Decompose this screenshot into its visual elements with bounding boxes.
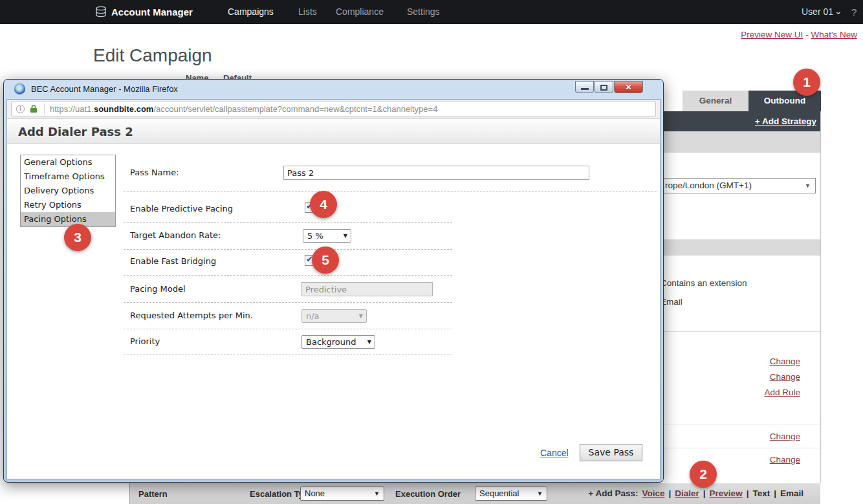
annotation-step-3: 3: [64, 224, 91, 251]
requested-attempts-select: n/a ▼: [301, 309, 367, 323]
nav-item-campaigns[interactable]: Campaigns: [228, 0, 274, 24]
change-link-2[interactable]: Change: [770, 372, 800, 382]
preview-new-ui-link[interactable]: Preview New UI: [741, 30, 803, 39]
secure-lock-icon[interactable]: [30, 105, 38, 113]
target-abandon-rate-label: Target Abandon Rate:: [130, 230, 221, 242]
strategy-header-bar: + Add Strategy: [664, 111, 821, 131]
row-divider: [124, 222, 452, 223]
row-divider: [124, 275, 452, 276]
target-abandon-rate-select[interactable]: 5 % ▼: [303, 229, 351, 243]
timezone-select[interactable]: rope/London (GMT+1) ▼: [661, 178, 816, 193]
sidebar-item-delivery-options[interactable]: Delivery Options: [21, 184, 115, 198]
dropdown-arrow-icon: ▼: [537, 487, 543, 500]
user-menu[interactable]: User 01: [802, 0, 833, 24]
annotation-step-4: 4: [310, 191, 337, 218]
escalation-type-value: None: [305, 487, 325, 500]
options-sidebar: General Options Timeframe Options Delive…: [20, 155, 116, 227]
window-title: BEC Account Manager - Mozilla Firefox: [31, 80, 178, 99]
divider: [664, 448, 820, 448]
sidebar-item-general-options[interactable]: General Options: [21, 155, 115, 170]
pipe-separator: |: [669, 488, 672, 498]
dialog-content: Add Dialer Pass 2 General Options Timefr…: [7, 120, 660, 479]
row-divider: [124, 249, 452, 250]
url-domain: soundbite.com: [94, 104, 153, 114]
add-strategy-link[interactable]: + Add Strategy: [755, 111, 816, 131]
change-link-3[interactable]: Change: [770, 432, 800, 441]
change-link-1[interactable]: Change: [770, 356, 800, 366]
close-icon: ✕: [615, 82, 642, 93]
dialog-header: Add Dialer Pass 2: [7, 120, 660, 144]
url-bar: i https://uat1.soundbite.com/account/ser…: [7, 100, 660, 119]
tab-general[interactable]: General: [683, 91, 748, 111]
rule-text-email: Email: [661, 297, 683, 307]
pacing-model-input: [301, 282, 433, 296]
save-pass-button[interactable]: Save Pass: [580, 444, 642, 461]
database-logo-icon: [94, 6, 107, 18]
section-bar: [664, 239, 821, 256]
sidebar-item-pacing-options[interactable]: Pacing Options: [21, 212, 115, 226]
whats-new-link[interactable]: What's New: [811, 30, 857, 39]
priority-select[interactable]: Background ▼: [301, 335, 375, 349]
site-info-icon[interactable]: i: [16, 105, 25, 113]
add-pass-voice-link[interactable]: Voice: [642, 488, 664, 498]
add-pass-group: + Add Pass: Voice | Dialer | Preview | T…: [588, 488, 803, 498]
dropdown-arrow-icon: ▼: [374, 487, 380, 500]
timezone-value: rope/London (GMT+1): [665, 179, 752, 193]
panel-right-border: [820, 111, 821, 483]
requested-attempts-label: Requested Attempts per Min.: [130, 311, 253, 322]
page-title: Edit Campaign: [93, 45, 212, 66]
dropdown-arrow-icon: ▼: [359, 310, 363, 322]
enable-fast-bridging-label: Enable Fast Bridging: [130, 256, 216, 268]
row-divider: [124, 302, 452, 303]
divider: [664, 424, 820, 424]
pipe-separator: |: [774, 488, 776, 498]
nav-item-lists[interactable]: Lists: [298, 0, 317, 24]
add-pass-dialer-link[interactable]: Dialer: [675, 488, 699, 498]
firefox-popup-window: BEC Account Manager - Mozilla Firefox ✕ …: [3, 79, 664, 483]
close-button[interactable]: ✕: [614, 81, 643, 93]
firefox-icon: [14, 83, 25, 94]
nav-item-settings[interactable]: Settings: [407, 0, 440, 24]
target-abandon-rate-value: 5 %: [307, 230, 323, 242]
sidebar-item-timeframe-options[interactable]: Timeframe Options: [21, 170, 115, 184]
url-divider: [44, 104, 45, 115]
app-brand: Account Manager: [111, 0, 193, 24]
change-link-4[interactable]: Change: [770, 455, 800, 465]
nav-item-compliance[interactable]: Compliance: [336, 0, 384, 24]
minimize-button[interactable]: [575, 81, 594, 93]
url-prefix: https://uat1.: [50, 104, 94, 114]
add-pass-email-label[interactable]: Email: [780, 488, 803, 498]
add-pass-label: + Add Pass:: [588, 488, 638, 498]
url-path: /account/servlet/callpasstemplate?comman…: [153, 104, 437, 114]
cancel-link[interactable]: Cancel: [540, 448, 569, 458]
execution-order-value: Sequential: [479, 487, 519, 500]
chevron-down-icon[interactable]: ⌄: [835, 0, 842, 22]
sidebar-item-retry-options[interactable]: Retry Options: [21, 198, 115, 212]
pipe-separator: |: [747, 488, 749, 498]
maximize-button[interactable]: [595, 81, 613, 93]
link-separator: -: [805, 30, 809, 39]
priority-label: Priority: [130, 336, 160, 348]
execution-order-select[interactable]: Sequential ▼: [475, 487, 547, 501]
priority-value: Background: [306, 336, 356, 348]
add-rule-link[interactable]: Add Rule: [764, 388, 800, 397]
divider: [664, 331, 820, 332]
add-pass-text-label[interactable]: Text: [752, 488, 770, 498]
help-icon[interactable]: ?: [851, 0, 857, 24]
row-divider: [124, 191, 657, 192]
pass-name-label: Pass Name:: [130, 168, 179, 179]
dropdown-arrow-icon: ▼: [344, 230, 347, 242]
browser-chrome: i https://uat1.soundbite.com/account/ser…: [6, 99, 661, 479]
annotation-step-1: 1: [793, 69, 820, 96]
section-bar: [664, 131, 821, 153]
pass-name-input[interactable]: [283, 166, 589, 180]
window-titlebar[interactable]: BEC Account Manager - Mozilla Firefox ✕: [4, 80, 663, 99]
url-text: https://uat1.soundbite.com/account/servl…: [50, 102, 437, 116]
add-pass-preview-link[interactable]: Preview: [710, 488, 743, 498]
pattern-label: Pattern: [138, 489, 168, 499]
annotation-step-2: 2: [690, 461, 717, 488]
pipe-separator: |: [703, 488, 706, 498]
rule-text-extension: Contains an extension: [661, 278, 747, 288]
escalation-type-select[interactable]: None ▼: [300, 487, 384, 501]
url-field[interactable]: i https://uat1.soundbite.com/account/ser…: [11, 102, 656, 116]
